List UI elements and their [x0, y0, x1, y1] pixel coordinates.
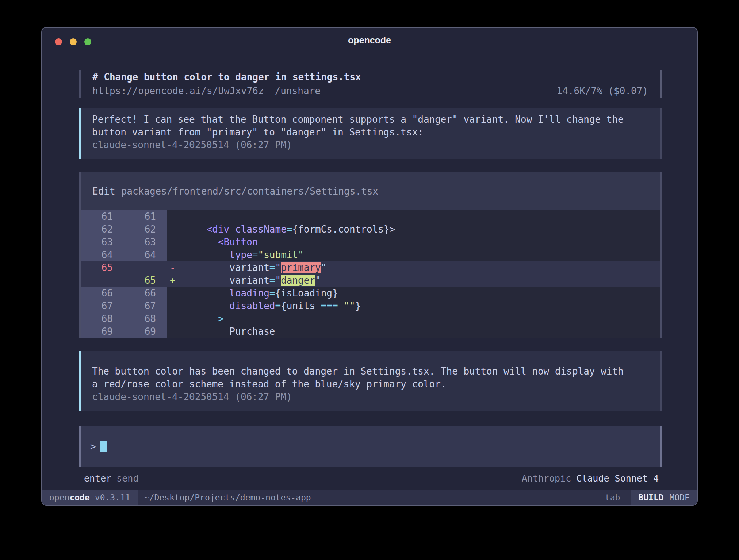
diff-row: 6969 Purchase — [81, 325, 660, 338]
edit-tool-card: Edit packages/frontend/src/containers/Se… — [79, 172, 662, 338]
session-title: # Change button color to danger in setti… — [92, 70, 660, 84]
enter-key-hint: enter — [84, 473, 111, 484]
prompt-input[interactable]: > — [79, 426, 662, 467]
diff-row: 6161 — [81, 210, 660, 223]
model-name-label: Claude Sonnet 4 — [576, 473, 659, 484]
diff-row: 6767 disabled={units === ""} — [81, 300, 660, 312]
model-timestamp: claude-sonnet-4-20250514 (06:27 PM) — [92, 391, 653, 403]
diff-code-line: disabled={units === ""} — [184, 300, 361, 312]
diff-code-line: > — [184, 312, 224, 325]
mode-indicator: BUILDMODE — [631, 490, 697, 505]
diff-code-line: <Button — [184, 236, 258, 249]
status-bar-left: opencodev0.3.11 ~/Desktop/Projects/demo-… — [42, 490, 311, 505]
token-usage-cost: 14.6K/7% ($0.07) — [557, 84, 660, 98]
brand-open-label: open — [49, 493, 69, 502]
diff-row: 6868 > — [81, 312, 660, 325]
model-timestamp: claude-sonnet-4-20250514 (06:27 PM) — [92, 139, 653, 151]
traffic-lights — [55, 38, 91, 45]
brand-code-label: code — [69, 493, 89, 502]
diff-row: 6363 <Button — [81, 236, 660, 249]
diff-row: 6666 loading={isLoading} — [81, 287, 660, 300]
session-subheader: https://opencode.ai/s/UwJxv76z /unshare … — [92, 84, 660, 98]
edit-tool-label: Edit — [92, 185, 115, 198]
send-action-label: send — [116, 473, 138, 484]
diff-code-line: loading={isLoading} — [184, 287, 338, 300]
diff-code-line: variant="primary" — [184, 261, 326, 274]
edit-file-path: packages/frontend/src/containers/Setting… — [121, 185, 378, 198]
tab-key-hint: tab — [605, 490, 620, 505]
minimize-button[interactable] — [70, 38, 77, 45]
mode-bold-label: BUILD — [638, 493, 663, 502]
diff-row: 6464 type="submit" — [81, 249, 660, 261]
diff-row: 6262 <div className={formCs.controls}> — [81, 223, 660, 236]
assistant-message-text: The button color has been changed to dan… — [92, 365, 629, 391]
close-button[interactable] — [55, 38, 62, 45]
mode-rest-label: MODE — [670, 493, 690, 502]
status-bar: opencodev0.3.11 ~/Desktop/Projects/demo-… — [42, 490, 697, 505]
session-column: # Change button color to danger in setti… — [79, 70, 662, 485]
window-title: opencode — [42, 28, 697, 53]
model-indicator: AnthropicClaude Sonnet 4 — [522, 472, 659, 485]
diff-code-line: <div className={formCs.controls}> — [184, 223, 395, 236]
diff-code-line: Purchase — [184, 325, 275, 338]
assistant-message: Perfect! I can see that the Button compo… — [79, 108, 662, 159]
prompt-chevron-icon: > — [90, 440, 96, 453]
diff-code-line: type="submit" — [184, 249, 304, 261]
app-version-chip: opencodev0.3.11 — [42, 490, 138, 505]
status-bar-right: tab BUILDMODE — [605, 490, 697, 505]
unshare-command[interactable]: /unshare — [275, 84, 321, 98]
opencode-terminal-window: opencode # Change button color to danger… — [41, 27, 698, 506]
send-hint: entersend — [84, 472, 138, 485]
version-label: v0.3.11 — [95, 493, 130, 502]
diff-rows: 61616262 <div className={formCs.controls… — [81, 210, 660, 338]
share-url-link[interactable]: https://opencode.ai/s/UwJxv76z — [92, 84, 264, 98]
window-titlebar: opencode — [42, 28, 697, 53]
text-cursor — [100, 441, 107, 452]
working-directory: ~/Desktop/Projects/demo-notes-app — [144, 490, 311, 505]
session-header: # Change button color to danger in setti… — [79, 70, 662, 98]
maximize-button[interactable] — [84, 38, 91, 45]
hint-bar: entersend AnthropicClaude Sonnet 4 — [79, 472, 662, 485]
diff-code-line: variant="danger" — [184, 274, 321, 287]
edit-tool-header: Edit packages/frontend/src/containers/Se… — [81, 172, 660, 210]
diff-row: 65+ variant="danger" — [81, 274, 660, 287]
assistant-message: The button color has been changed to dan… — [79, 351, 662, 411]
assistant-message-text: Perfect! I can see that the Button compo… — [92, 113, 629, 139]
diff-row: 65- variant="primary" — [81, 261, 660, 274]
provider-label: Anthropic — [522, 473, 571, 484]
